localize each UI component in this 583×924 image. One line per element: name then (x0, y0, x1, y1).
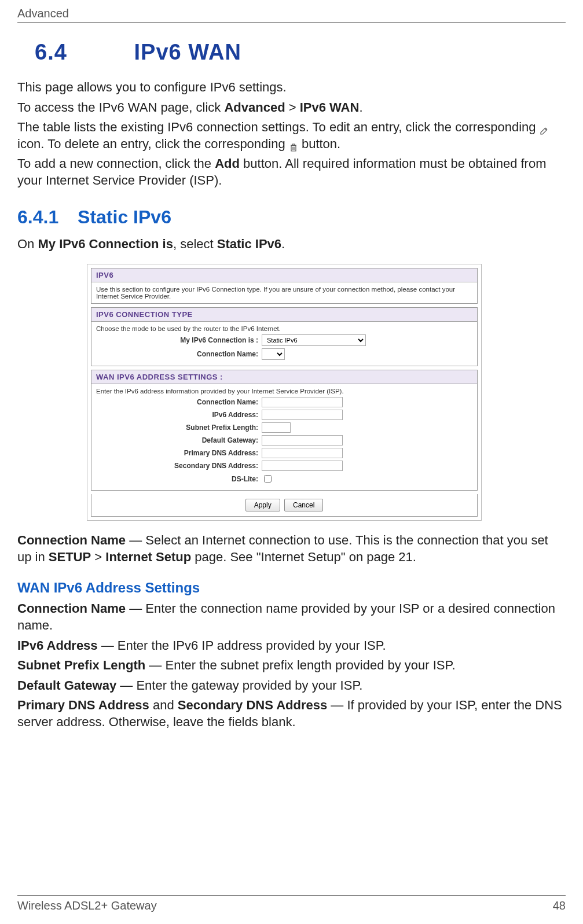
section-number: 6.4 (35, 40, 127, 65)
panel-wan-title: WAN IPV6 ADDRESS SETTINGS : (91, 370, 478, 384)
page-footer: Wireless ADSL2+ Gateway 48 (17, 895, 566, 912)
wan-settings-heading: WAN IPv6 Address Settings (17, 580, 566, 596)
panel-ipv6-desc: Use this section to configure your IPv6 … (91, 282, 478, 304)
cancel-button[interactable]: Cancel (284, 499, 323, 511)
trash-icon (289, 140, 298, 149)
panel-conn-type-desc: Choose the mode to be used by the router… (96, 325, 472, 332)
ipv6-address-input[interactable] (262, 410, 343, 420)
intro-paragraph-2: To access the IPv6 WAN page, click Advan… (17, 100, 566, 116)
apply-button[interactable]: Apply (245, 499, 280, 511)
definition-ipv6-address: IPv6 Address — Enter the IPv6 IP address… (17, 638, 566, 654)
panel-wan-desc: Enter the IPv6 address information provi… (96, 388, 472, 395)
subnet-prefix-label: Subnet Prefix Length: (96, 424, 262, 432)
footer-left: Wireless ADSL2+ Gateway (17, 899, 157, 912)
subsection-lead: On My IPv6 Connection is, select Static … (17, 236, 566, 253)
footer-page-number: 48 (553, 899, 566, 912)
subsection-number: 6.4.1 (17, 207, 58, 228)
section-title-text: IPv6 WAN (134, 40, 241, 64)
dslite-label: DS-Lite: (96, 475, 262, 483)
wan-conn-name-label: Connection Name: (96, 398, 262, 406)
definition-dns: Primary DNS Address and Secondary DNS Ad… (17, 697, 566, 730)
panel-wan-body: Enter the IPv6 address information provi… (91, 384, 478, 491)
definition-conn-name-2: Connection Name — Enter the connection n… (17, 601, 566, 634)
default-gateway-label: Default Gateway: (96, 436, 262, 444)
breadcrumb: Advanced (17, 7, 69, 20)
edit-icon (540, 123, 549, 132)
definition-default-gateway: Default Gateway — Enter the gateway prov… (17, 678, 566, 694)
definition-connection-name: Connection Name — Select an Internet con… (17, 532, 566, 565)
secondary-dns-label: Secondary DNS Address: (96, 462, 262, 470)
panel-conn-type-body: Choose the mode to be used by the router… (91, 322, 478, 366)
conn-name-label-top: Connection Name: (96, 350, 262, 358)
subsection-heading: 6.4.1 Static IPv6 (17, 207, 566, 228)
conn-name-select[interactable] (262, 348, 285, 360)
primary-dns-label: Primary DNS Address: (96, 449, 262, 457)
section-heading: 6.4 IPv6 WAN (35, 40, 566, 65)
intro-paragraph-4: To add a new connection, click the Add b… (17, 156, 566, 189)
my-ipv6-conn-select[interactable]: Static IPv6 (262, 334, 366, 346)
page-header: Advanced (17, 6, 566, 23)
definition-subnet-prefix: Subnet Prefix Length — Enter the subnet … (17, 657, 566, 674)
panel-conn-type-title: IPV6 CONNECTION TYPE (91, 307, 478, 322)
panel-ipv6-title: IPV6 (91, 268, 478, 282)
subnet-prefix-input[interactable] (262, 422, 291, 433)
wan-conn-name-input[interactable] (262, 397, 343, 407)
router-ui-panel: IPV6 Use this section to configure your … (87, 264, 482, 521)
secondary-dns-input[interactable] (262, 461, 343, 471)
my-ipv6-conn-label: My IPv6 Connection is : (96, 336, 262, 344)
panel-button-bar: Apply Cancel (91, 494, 478, 517)
primary-dns-input[interactable] (262, 448, 343, 458)
default-gateway-input[interactable] (262, 435, 343, 446)
intro-paragraph-3: The table lists the existing IPv6 connec… (17, 119, 566, 152)
subsection-title-text: Static IPv6 (78, 207, 171, 227)
intro-paragraph-1: This page allows you to configure IPv6 s… (17, 79, 566, 96)
dslite-checkbox[interactable] (264, 475, 272, 483)
ipv6-address-label: IPv6 Address: (96, 411, 262, 419)
